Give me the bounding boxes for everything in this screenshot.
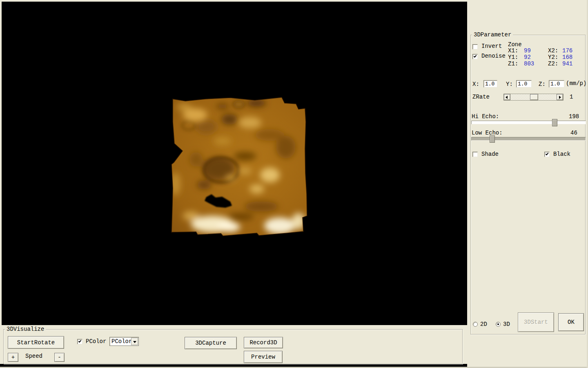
zrate-scrollbar[interactable] [503,94,564,101]
pcolor-dropdown[interactable]: PColor [109,337,139,346]
checkmark-icon [546,152,549,155]
zone-y1-value: 92 [524,54,531,61]
start-rotate-button[interactable]: StartRotate [8,336,64,349]
zrate-scrollbar-thumb[interactable] [530,94,538,100]
scale-z-label: Z: [539,81,546,88]
black-label: Black [553,151,570,157]
zone-z1-value: 803 [524,61,534,67]
record-3d-button[interactable]: Record3D [244,337,283,348]
capture-3d-button[interactable]: 3DCapture [185,337,237,349]
mode-3d-label: 3D [503,321,510,328]
zone-x1-value: 99 [524,48,531,54]
radio-dot-icon [497,323,499,325]
hi-echo-label: Hi Echo: [472,114,499,120]
3d-render-image [2,2,467,325]
hi-echo-slider-thumb[interactable] [552,119,557,126]
zone-y2-label: Y2: [548,54,558,61]
invert-label: Invert [481,43,502,49]
zone-x2-label: X2: [548,48,558,54]
speed-plus-button[interactable]: + [8,353,18,362]
zone-z2-label: Z2: [548,61,558,67]
hi-echo-slider-track[interactable] [471,121,586,124]
3d-render-viewport[interactable] [2,2,467,325]
start-3d-button[interactable]: 3DStart [518,312,554,332]
low-echo-value: 46 [570,130,577,136]
speed-label: Speed [25,353,42,359]
shade-label: Shade [481,151,499,157]
visualize-groupbox-title: 3DVisualize [5,326,46,332]
checkmark-icon [78,339,82,343]
mode-2d-label: 2D [480,321,487,328]
pcolor-dropdown-value: PColor [111,338,132,345]
arrow-left-icon [506,96,508,99]
mode-2d-radio[interactable] [473,322,478,327]
scale-y-label: Y: [506,81,513,88]
mode-3d-radio[interactable] [496,322,501,327]
invert-checkbox[interactable] [472,44,478,49]
zrate-scroll-left-button[interactable] [504,94,510,100]
zone-y2-value: 168 [562,54,572,61]
scale-z-input[interactable] [549,80,564,88]
denoise-checkbox[interactable] [472,54,478,59]
zone-x1-label: X1: [508,48,518,54]
low-echo-label: Low Echo: [472,130,503,136]
ok-button[interactable]: OK [558,313,584,331]
zrate-value: 1 [570,94,573,100]
chevron-down-icon [133,341,136,343]
zone-x2-value: 176 [562,48,572,54]
zrate-label: ZRate [472,94,490,100]
bottom-black-strip [0,364,467,367]
hi-echo-value: 198 [569,114,579,120]
pcolor-dropdown-button[interactable] [131,338,138,345]
arrow-right-icon [559,96,561,99]
low-echo-slider-thumb[interactable] [490,135,495,143]
low-echo-slider-track[interactable] [471,137,586,141]
application-window: 3DParameter Invert Denoise Zone X1: 99 X… [0,0,588,368]
zrate-scroll-right-button[interactable] [557,94,563,100]
scale-y-input[interactable] [516,80,532,88]
scale-x-label: X: [472,81,479,88]
shade-checkbox[interactable] [472,152,478,157]
checkmark-icon [474,54,477,58]
scale-x-input[interactable] [483,80,497,88]
zone-title: Zone [508,42,522,48]
parameter-groupbox-title: 3DParameter [472,32,513,38]
pcolor-checkbox[interactable] [77,339,82,344]
preview-button[interactable]: Preview [244,351,283,363]
zone-z2-value: 941 [562,61,572,67]
denoise-label: Denoise [481,53,506,59]
parameter-groupbox [470,35,586,334]
zone-z1-label: Z1: [508,61,518,67]
black-checkbox[interactable] [544,152,550,157]
scale-unit-label: (mm/p) [566,81,586,87]
zone-y1-label: Y1: [508,54,518,61]
speed-minus-button[interactable]: - [54,353,65,362]
pcolor-label: PColor [86,339,106,345]
